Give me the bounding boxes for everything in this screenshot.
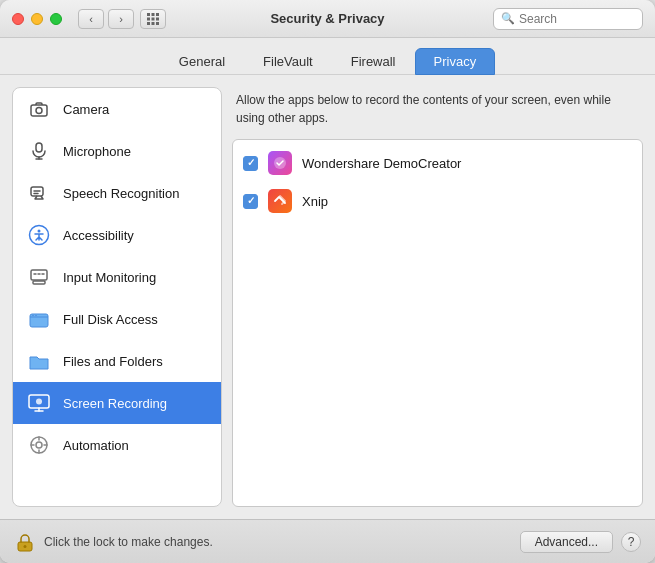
app-item-xnip[interactable]: ✓ Xnip bbox=[233, 182, 642, 220]
close-button[interactable] bbox=[12, 13, 24, 25]
tab-filevault[interactable]: FileVault bbox=[244, 48, 332, 75]
window-title: Security & Privacy bbox=[270, 11, 384, 26]
sidebar-label-accessibility: Accessibility bbox=[63, 228, 134, 243]
traffic-lights bbox=[12, 13, 62, 25]
titlebar: ‹ › Security & Privacy 🔍 bbox=[0, 0, 655, 38]
svg-rect-4 bbox=[152, 17, 155, 20]
sidebar-label-speech: Speech Recognition bbox=[63, 186, 179, 201]
apps-list: ✓ Wondershare DemoCreator ✓ bbox=[232, 139, 643, 507]
files-folders-icon bbox=[25, 347, 53, 375]
grid-icon bbox=[147, 13, 159, 25]
sidebar-label-files-folders: Files and Folders bbox=[63, 354, 163, 369]
sidebar-label-full-disk: Full Disk Access bbox=[63, 312, 158, 327]
description-text: Allow the apps below to record the conte… bbox=[232, 87, 643, 131]
footer: Click the lock to make changes. Advanced… bbox=[0, 519, 655, 563]
main-panel: Allow the apps below to record the conte… bbox=[232, 87, 643, 507]
svg-rect-8 bbox=[156, 22, 159, 25]
svg-rect-3 bbox=[147, 17, 150, 20]
tabbar: General FileVault Firewall Privacy bbox=[0, 38, 655, 75]
search-input[interactable] bbox=[519, 12, 635, 26]
app-label-wondershare: Wondershare DemoCreator bbox=[302, 156, 461, 171]
sidebar-item-full-disk[interactable]: Full Disk Access bbox=[13, 298, 221, 340]
grid-button[interactable] bbox=[140, 9, 166, 29]
svg-rect-20 bbox=[33, 281, 45, 284]
tab-firewall[interactable]: Firewall bbox=[332, 48, 415, 75]
app-icon-wondershare bbox=[268, 151, 292, 175]
svg-point-26 bbox=[35, 315, 37, 317]
svg-rect-19 bbox=[31, 270, 47, 280]
speech-icon bbox=[25, 179, 53, 207]
help-button[interactable]: ? bbox=[621, 532, 641, 552]
input-monitoring-icon bbox=[25, 263, 53, 291]
checkbox-xnip[interactable]: ✓ bbox=[243, 194, 258, 209]
search-icon: 🔍 bbox=[501, 12, 515, 25]
checkmark-icon: ✓ bbox=[247, 196, 255, 206]
svg-point-10 bbox=[36, 108, 42, 114]
sidebar-item-screen-recording[interactable]: Screen Recording bbox=[13, 382, 221, 424]
sidebar-label-screen-recording: Screen Recording bbox=[63, 396, 167, 411]
lock-icon bbox=[14, 531, 36, 553]
svg-point-30 bbox=[36, 399, 42, 405]
checkmark-icon: ✓ bbox=[247, 158, 255, 168]
footer-text: Click the lock to make changes. bbox=[44, 535, 520, 549]
svg-rect-0 bbox=[147, 13, 150, 16]
maximize-button[interactable] bbox=[50, 13, 62, 25]
window: ‹ › Security & Privacy 🔍 General FileV bbox=[0, 0, 655, 563]
sidebar-item-automation[interactable]: Automation bbox=[13, 424, 221, 466]
svg-rect-9 bbox=[31, 105, 47, 116]
accessibility-icon bbox=[25, 221, 53, 249]
svg-point-18 bbox=[38, 230, 41, 233]
sidebar: Camera Microphone bbox=[12, 87, 222, 507]
full-disk-icon bbox=[25, 305, 53, 333]
app-label-xnip: Xnip bbox=[302, 194, 328, 209]
search-box[interactable]: 🔍 bbox=[493, 8, 643, 30]
minimize-button[interactable] bbox=[31, 13, 43, 25]
sidebar-item-microphone[interactable]: Microphone bbox=[13, 130, 221, 172]
sidebar-label-microphone: Microphone bbox=[63, 144, 131, 159]
svg-point-32 bbox=[36, 442, 42, 448]
camera-icon bbox=[25, 95, 53, 123]
svg-point-39 bbox=[24, 545, 27, 548]
tab-general[interactable]: General bbox=[160, 48, 244, 75]
sidebar-item-camera[interactable]: Camera bbox=[13, 88, 221, 130]
automation-icon bbox=[25, 431, 53, 459]
advanced-button[interactable]: Advanced... bbox=[520, 531, 613, 553]
sidebar-label-camera: Camera bbox=[63, 102, 109, 117]
tab-privacy[interactable]: Privacy bbox=[415, 48, 496, 75]
sidebar-item-files-folders[interactable]: Files and Folders bbox=[13, 340, 221, 382]
sidebar-item-accessibility[interactable]: Accessibility bbox=[13, 214, 221, 256]
app-icon-xnip bbox=[268, 189, 292, 213]
sidebar-item-input-monitoring[interactable]: Input Monitoring bbox=[13, 256, 221, 298]
nav-buttons: ‹ › bbox=[78, 9, 134, 29]
back-button[interactable]: ‹ bbox=[78, 9, 104, 29]
svg-rect-6 bbox=[147, 22, 150, 25]
app-item-wondershare[interactable]: ✓ Wondershare DemoCreator bbox=[233, 144, 642, 182]
svg-rect-7 bbox=[152, 22, 155, 25]
sidebar-item-speech[interactable]: Speech Recognition bbox=[13, 172, 221, 214]
forward-button[interactable]: › bbox=[108, 9, 134, 29]
screen-recording-icon bbox=[25, 389, 53, 417]
svg-rect-11 bbox=[36, 143, 42, 152]
svg-rect-2 bbox=[156, 13, 159, 16]
svg-point-25 bbox=[32, 315, 34, 317]
content-area: Camera Microphone bbox=[0, 75, 655, 519]
svg-rect-5 bbox=[156, 17, 159, 20]
sidebar-label-automation: Automation bbox=[63, 438, 129, 453]
checkbox-wondershare[interactable]: ✓ bbox=[243, 156, 258, 171]
svg-rect-1 bbox=[152, 13, 155, 16]
microphone-icon bbox=[25, 137, 53, 165]
sidebar-label-input-monitoring: Input Monitoring bbox=[63, 270, 156, 285]
